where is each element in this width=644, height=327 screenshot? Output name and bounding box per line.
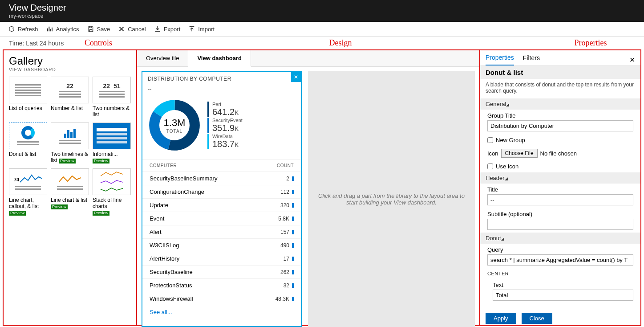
dashboard-tile[interactable]: DISTRIBUTION BY COMPUTER ✕ -- 1.3M — [142, 71, 302, 327]
donut-center-text-input[interactable] — [493, 290, 633, 301]
gallery-title: Gallery — [9, 55, 131, 67]
properties-close-button[interactable]: ✕ — [629, 56, 635, 64]
donut-legend: Perf 641.2K SecurityEvent 351.9K WireDat… — [207, 102, 243, 149]
tab-view-dashboard[interactable]: View dashboard — [188, 50, 251, 67]
annotation-strip: Time: Last 24 hours Controls Design Prop… — [0, 37, 644, 49]
cancel-icon — [118, 25, 125, 33]
gallery-grid: List of queries 22 Number & list 2251 Tw… — [9, 77, 131, 216]
no-file-chosen: No file chosen — [540, 150, 577, 157]
gallery-item-number-list[interactable]: 22 Number & list — [51, 77, 89, 118]
cancel-button[interactable]: Cancel — [118, 25, 146, 33]
tile-title: DISTRIBUTION BY COMPUTER — [148, 76, 231, 82]
toolbar: Refresh Analytics Save Cancel Export Imp… — [0, 22, 644, 37]
section-center[interactable]: CENTER — [487, 271, 509, 276]
donut-icon — [21, 126, 35, 139]
table-header-computer: COMPUTER — [150, 163, 177, 168]
time-range[interactable]: Time: Last 24 hours — [9, 40, 85, 47]
gallery-item-information[interactable]: Informati...Preview — [93, 123, 131, 164]
gallery-item-donut-list[interactable]: Donut & list — [9, 123, 47, 164]
use-icon-checkbox[interactable] — [487, 164, 493, 169]
import-button[interactable]: Import — [188, 25, 215, 33]
tile-subtitle: -- — [142, 86, 301, 95]
refresh-icon — [8, 25, 15, 33]
header-title-input[interactable] — [487, 194, 633, 205]
export-button[interactable]: Export — [154, 25, 181, 33]
blade-type-title: Donut & list — [480, 66, 640, 79]
design-canvas: DISTRIBUTION BY COMPUTER ✕ -- 1.3M — [137, 67, 479, 327]
see-all-link[interactable]: See all... — [142, 305, 301, 319]
preview-badge: Preview — [59, 159, 76, 164]
workspace-name: my-workspace — [9, 13, 635, 19]
group-title-input[interactable] — [487, 120, 633, 131]
gallery-item-two-numbers-list[interactable]: 2251 Two numbers & list — [93, 77, 131, 118]
blade-description: A blade that consists of donut and the t… — [480, 79, 640, 98]
tile-close-button[interactable]: ✕ — [291, 72, 301, 82]
choose-file-button[interactable]: Choose File — [501, 149, 538, 158]
donut-total-label: TOTAL — [166, 129, 182, 134]
donut-chart: 1.3M TOTAL — [148, 98, 201, 152]
main-layout: Gallery VIEW DASHBOARD List of queries 2… — [3, 49, 641, 326]
export-icon — [154, 25, 161, 33]
analytics-icon — [46, 25, 53, 33]
analytics-button[interactable]: Analytics — [46, 25, 79, 33]
design-panel: Overview tile View dashboard DISTRIBUTIO… — [137, 50, 480, 325]
table-row[interactable]: Alert157 — [142, 225, 301, 238]
preview-badge: Preview — [93, 159, 109, 164]
preview-badge: Preview — [9, 211, 26, 216]
apply-button[interactable]: Apply — [486, 313, 516, 324]
table-row[interactable]: SecurityBaselineSummary2 — [142, 172, 301, 185]
table-row[interactable]: ProtectionStatus32 — [142, 278, 301, 292]
tab-filters[interactable]: Filters — [523, 54, 540, 65]
design-tabs: Overview tile View dashboard — [137, 50, 479, 67]
save-button[interactable]: Save — [87, 25, 110, 33]
table-row[interactable]: Event5.8K — [142, 212, 301, 225]
gallery-item-line-chart-list[interactable]: Line chart & listPreview — [51, 168, 89, 216]
annotation-properties: Properties — [546, 38, 635, 48]
tab-overview-tile[interactable]: Overview tile — [137, 50, 188, 66]
annotation-controls: Controls — [85, 38, 218, 48]
donut-total-value: 1.3M — [164, 117, 186, 129]
table-header-count: COUNT — [277, 163, 294, 168]
save-icon — [87, 25, 94, 33]
close-icon: ✕ — [294, 74, 299, 80]
header-subtitle-input[interactable] — [487, 219, 633, 230]
tab-properties[interactable]: Properties — [486, 54, 514, 65]
table-row[interactable]: ConfigurationChange112 — [142, 185, 301, 198]
section-general[interactable]: General — [480, 98, 640, 110]
close-button[interactable]: Close — [522, 313, 552, 324]
table-row[interactable]: W3CIISLog490 — [142, 238, 301, 252]
design-dropzone[interactable]: Click and drag a part from the library t… — [308, 71, 475, 327]
annotation-design: Design — [218, 38, 463, 48]
gallery-item-two-timelines-list[interactable]: Two timelines & list Preview — [51, 123, 89, 164]
gallery-item-list-of-queries[interactable]: List of queries — [9, 77, 47, 118]
properties-panel: Properties Filters ✕ Donut & list A blad… — [480, 50, 640, 325]
close-icon: ✕ — [629, 56, 635, 64]
table-row[interactable]: Update320 — [142, 198, 301, 212]
refresh-button[interactable]: Refresh — [8, 25, 38, 33]
gallery-panel: Gallery VIEW DASHBOARD List of queries 2… — [4, 50, 137, 325]
section-donut[interactable]: Donut — [480, 233, 640, 244]
preview-badge: Preview — [93, 211, 109, 216]
import-icon — [188, 25, 195, 33]
preview-badge: Preview — [51, 204, 68, 209]
gallery-subtitle: VIEW DASHBOARD — [9, 67, 131, 72]
table-row[interactable]: WindowsFirewall48.3K — [142, 292, 301, 305]
app-header: View Designer my-workspace — [0, 0, 644, 22]
tile-table-body: SecurityBaselineSummary2 ConfigurationCh… — [142, 172, 301, 305]
page-title: View Designer — [9, 3, 635, 13]
gallery-item-line-chart-callout-list[interactable]: 74 Line chart, callout, & list Preview — [9, 168, 47, 216]
section-header[interactable]: Header — [480, 172, 640, 184]
table-row[interactable]: AlertHistory17 — [142, 252, 301, 265]
group-title-label: Group Title — [487, 112, 633, 119]
table-row[interactable]: SecurityBaseline262 — [142, 265, 301, 278]
gallery-item-stack-line-charts[interactable]: Stack of line chartsPreview — [93, 168, 131, 216]
new-group-checkbox[interactable] — [487, 137, 493, 143]
donut-query-input[interactable] — [487, 254, 633, 266]
